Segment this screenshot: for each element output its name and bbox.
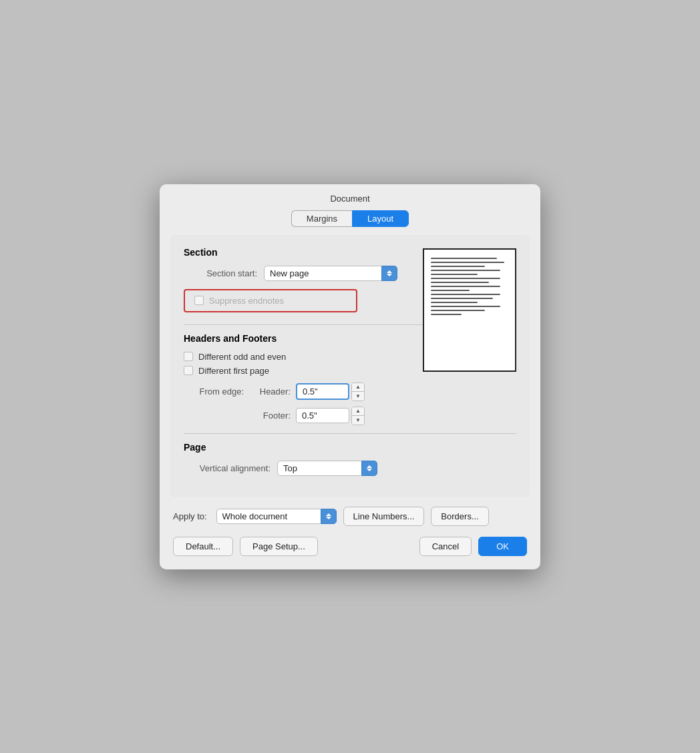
section-start-chevron[interactable] (381, 266, 397, 281)
footer-stepper: ▲▼ (351, 407, 365, 425)
preview-line (431, 266, 485, 267)
apply-to-label: Apply to: (173, 511, 207, 521)
preview-line (431, 310, 485, 311)
from-edge-label: From edge: (184, 387, 244, 397)
footer-stepper-down[interactable]: ▼ (352, 416, 364, 425)
preview-line (431, 282, 489, 283)
first-page-checkbox[interactable] (184, 366, 193, 375)
page-preview (423, 248, 516, 372)
chevron-down-icon (387, 274, 392, 276)
chevron-down-icon (367, 469, 372, 471)
preview-line (431, 262, 504, 263)
bottom-section: Apply to: Whole document This section Th… (160, 497, 540, 556)
left-buttons: Default... Page Setup... (173, 537, 318, 556)
default-button[interactable]: Default... (173, 537, 233, 556)
header-input[interactable] (296, 383, 349, 400)
document-dialog: Document Margins Layout (160, 184, 540, 569)
preview-line (431, 290, 470, 291)
section-start-label: Section start: (184, 268, 257, 278)
footer-stepper-up[interactable]: ▲ (352, 407, 364, 416)
dialog-title: Document (160, 184, 540, 210)
page-preview-lines (424, 250, 515, 323)
apply-to-chevron[interactable] (321, 509, 337, 524)
preview-line (431, 286, 500, 287)
tab-margins[interactable]: Margins (291, 210, 352, 227)
preview-line (431, 298, 493, 299)
page-setup-button[interactable]: Page Setup... (240, 537, 318, 556)
preview-line (431, 258, 497, 259)
apply-to-select-wrapper: Whole document This section This point f… (216, 509, 337, 524)
preview-line (431, 314, 462, 315)
from-edge-block: From edge:Header:▲▼Footer:▲▼ (184, 383, 516, 425)
suppress-endnotes-box: Suppress endnotes (184, 289, 357, 312)
preview-line (431, 306, 500, 307)
header-stepper-down[interactable]: ▼ (352, 392, 364, 401)
section-start-select[interactable]: New page Continuous Even page Odd page (264, 266, 397, 281)
suppress-endnotes-label: Suppress endnotes (209, 296, 284, 306)
borders-button[interactable]: Borders... (431, 507, 488, 526)
tab-bar: Margins Layout (160, 210, 540, 227)
chevron-up-icon (367, 465, 372, 468)
page-heading: Page (184, 442, 516, 453)
cancel-button[interactable]: Cancel (419, 537, 472, 556)
preview-line (431, 302, 478, 303)
chevron-down-icon (326, 517, 331, 519)
footer-field-label: Footer: (250, 411, 291, 421)
first-page-label: Different first page (198, 366, 269, 376)
preview-line (431, 270, 500, 271)
apply-to-row: Apply to: Whole document This section Th… (173, 507, 527, 526)
divider-2 (184, 433, 516, 434)
preview-line (431, 278, 500, 279)
vertical-alignment-chevron[interactable] (361, 461, 377, 476)
vertical-alignment-row: Vertical alignment: Top Center Justified… (184, 461, 516, 476)
line-numbers-button[interactable]: Line Numbers... (343, 507, 425, 526)
chevron-up-icon (387, 270, 392, 273)
content-area: Section Section start: New page Continuo… (170, 235, 530, 497)
header-input-group: ▲▼ (296, 383, 365, 401)
chevron-up-icon (326, 513, 331, 516)
header-stepper-up[interactable]: ▲ (352, 383, 364, 392)
apply-to-select[interactable]: Whole document This section This point f… (216, 509, 337, 524)
right-buttons: Cancel OK (419, 537, 527, 556)
header-field-label: Header: (250, 387, 291, 397)
vertical-alignment-select-wrapper: Top Center Justified Bottom (277, 461, 377, 476)
vertical-alignment-label: Vertical alignment: (184, 463, 271, 473)
button-row: Default... Page Setup... Cancel OK (173, 537, 527, 556)
section-start-select-wrapper: New page Continuous Even page Odd page (264, 266, 397, 281)
footer-input-group: ▲▼ (296, 407, 365, 425)
footer-input[interactable] (296, 408, 349, 423)
ok-button[interactable]: OK (478, 537, 527, 556)
header-stepper: ▲▼ (351, 383, 365, 401)
tab-layout[interactable]: Layout (352, 210, 409, 227)
suppress-endnotes-checkbox[interactable] (194, 296, 204, 305)
odd-even-checkbox[interactable] (184, 352, 193, 361)
preview-line (431, 294, 500, 295)
odd-even-label: Different odd and even (198, 352, 286, 362)
preview-line (431, 274, 478, 275)
